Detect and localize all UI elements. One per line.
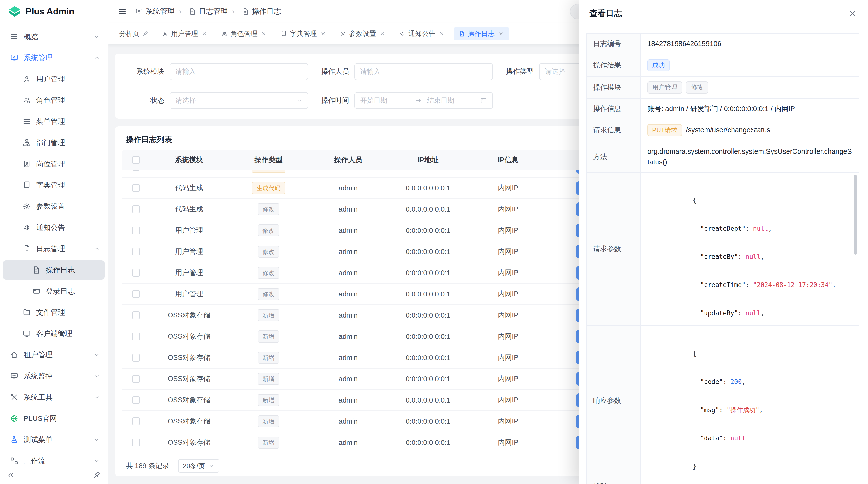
cell-operator: admin xyxy=(309,368,388,389)
cell-operator: admin xyxy=(309,305,388,326)
menu-item-icon xyxy=(10,372,18,380)
cell-module: 用户管理 xyxy=(150,220,228,241)
sidebar-item[interactable]: 菜单管理 xyxy=(3,112,105,131)
filter-module-input[interactable] xyxy=(170,63,308,80)
scrollbar-thumb[interactable] xyxy=(854,175,857,255)
row-response-params: 响应参数 { "code": 200, "msg" xyxy=(587,326,859,476)
breadcrumb-item[interactable]: 操作日志 xyxy=(228,6,281,17)
tab-close-icon[interactable] xyxy=(379,30,386,37)
tab[interactable]: 通知公告 xyxy=(395,27,450,40)
row-checkbox[interactable] xyxy=(132,375,140,383)
sidebar-item[interactable]: 租户管理 xyxy=(3,345,105,364)
select-all-checkbox[interactable] xyxy=(132,156,140,164)
tab[interactable]: 参数设置 xyxy=(335,27,391,40)
row-checkbox[interactable] xyxy=(132,205,140,213)
cell-ip: 0:0:0:0:0:0:0:1 xyxy=(388,368,468,389)
cell-operator: admin xyxy=(309,178,388,198)
tab-close-icon[interactable] xyxy=(201,30,208,37)
sidebar-item[interactable]: 系统管理 xyxy=(3,48,105,67)
menu-item-icon xyxy=(23,96,31,104)
cell-ip: 0:0:0:0:0:0:0:1 xyxy=(388,220,468,241)
sidebar-item[interactable]: 部门管理 xyxy=(3,133,105,152)
menu-item-icon xyxy=(10,33,18,41)
sidebar-item[interactable]: 测试菜单 xyxy=(3,430,105,449)
cell-module: 用户管理 xyxy=(150,262,228,283)
row-checkbox[interactable] xyxy=(132,184,140,192)
sidebar-item[interactable]: 参数设置 xyxy=(3,197,105,216)
breadcrumb-item[interactable]: 系统管理 xyxy=(135,6,175,17)
row-checkbox[interactable] xyxy=(132,417,140,425)
app-logo[interactable]: Plus Admin xyxy=(0,0,107,23)
sidebar-item-label: 菜单管理 xyxy=(36,117,65,127)
sidebar-item-label: 用户管理 xyxy=(36,74,65,84)
sidebar-item[interactable]: 岗位管理 xyxy=(3,154,105,173)
tab[interactable]: 字典管理 xyxy=(276,27,331,40)
tab-close-icon[interactable] xyxy=(438,30,445,37)
tab[interactable]: 角色管理 xyxy=(217,27,272,40)
operation-type-badge: 新增 xyxy=(258,373,279,385)
tab-label: 字典管理 xyxy=(290,29,317,38)
sidebar-item[interactable]: 工作流 xyxy=(3,451,105,466)
filter-operator-input[interactable] xyxy=(354,63,493,80)
cell-ip-info: 内网IP xyxy=(468,262,548,283)
sidebar-item-label: 通知公告 xyxy=(36,223,65,233)
hamburger-icon[interactable] xyxy=(118,7,127,16)
operation-type-badge: 修改 xyxy=(258,203,279,215)
filter-type-label: 操作类型 xyxy=(495,67,534,76)
sidebar-item-label: 客户端管理 xyxy=(36,329,72,338)
row-checkbox[interactable] xyxy=(132,290,140,298)
row-checkbox[interactable] xyxy=(132,170,140,171)
sidebar-item[interactable]: 字典管理 xyxy=(3,175,105,195)
sidebar-item[interactable]: 登录日志 xyxy=(3,282,105,301)
filter-operator-label: 操作人员 xyxy=(311,67,349,76)
sidebar-item[interactable]: 用户管理 xyxy=(3,69,105,89)
tab-close-icon[interactable] xyxy=(320,30,327,37)
sidebar-item-label: 角色管理 xyxy=(36,95,65,105)
operation-type-badge: 生成代码 xyxy=(252,182,285,194)
sidebar-item[interactable]: 通知公告 xyxy=(3,218,105,237)
filter-daterange-input[interactable]: 开始日期 结束日期 xyxy=(354,92,493,109)
drawer-title: 查看日志 xyxy=(589,8,622,19)
menu-item-icon xyxy=(23,160,31,168)
sidebar-item[interactable]: 操作日志 xyxy=(3,260,105,280)
sidebar-item[interactable]: 概览 xyxy=(3,27,105,46)
row-checkbox[interactable] xyxy=(132,396,140,404)
operation-type-badge: 生成代码 xyxy=(252,170,285,173)
filter-status-select[interactable]: 请选择 xyxy=(170,92,308,109)
breadcrumb-item[interactable]: 日志管理 xyxy=(175,6,228,17)
row-checkbox[interactable] xyxy=(132,269,140,277)
operation-type-badge: 新增 xyxy=(258,394,279,406)
sidebar-item[interactable]: 日志管理 xyxy=(3,239,105,258)
tab-close-icon[interactable] xyxy=(498,30,504,37)
cell-ip: 0:0:0:0:0:0:0:1 xyxy=(388,326,468,347)
sidebar-item[interactable]: 系统工具 xyxy=(3,388,105,407)
tab[interactable]: 用户管理 xyxy=(157,27,213,40)
close-icon[interactable] xyxy=(848,9,858,18)
row-checkbox[interactable] xyxy=(132,439,140,446)
tab-close-icon[interactable] xyxy=(260,30,267,37)
tab[interactable]: 分析页 xyxy=(114,27,153,40)
menu-item-icon xyxy=(23,308,31,317)
cell-module: 代码生成 xyxy=(150,178,228,198)
row-checkbox[interactable] xyxy=(132,248,140,256)
sidebar-item[interactable]: 客户端管理 xyxy=(3,324,105,343)
row-checkbox[interactable] xyxy=(132,312,140,319)
pin-sidebar-icon[interactable] xyxy=(93,471,101,479)
sidebar-item[interactable]: 角色管理 xyxy=(3,91,105,110)
sidebar-item-label: 系统监控 xyxy=(24,371,53,381)
row-checkbox[interactable] xyxy=(132,227,140,234)
cell-ip-info: 内网IP xyxy=(468,284,548,304)
request-params-json: { "createDept": null, "createBy": null, … xyxy=(641,172,859,325)
row-checkbox[interactable] xyxy=(132,354,140,361)
sidebar-item-label: 字典管理 xyxy=(36,180,65,190)
row-info: 操作信息 账号: admin / 研发部门 / 0:0:0:0:0:0:0:1 … xyxy=(587,99,859,120)
sidebar-item-label: PLUS官网 xyxy=(24,414,57,423)
tab[interactable]: 操作日志 xyxy=(454,27,509,40)
sidebar-item[interactable]: 系统监控 xyxy=(3,366,105,386)
view-log-drawer: 查看日志 日志编号 1842781986426159106 操作结果 成功 操作… xyxy=(579,0,868,484)
collapse-sidebar-icon[interactable] xyxy=(7,471,14,479)
sidebar-item[interactable]: 文件管理 xyxy=(3,303,105,322)
row-checkbox[interactable] xyxy=(132,333,140,340)
page-size-select[interactable]: 20条/页 xyxy=(178,459,220,473)
sidebar-item[interactable]: PLUS官网 xyxy=(3,409,105,428)
